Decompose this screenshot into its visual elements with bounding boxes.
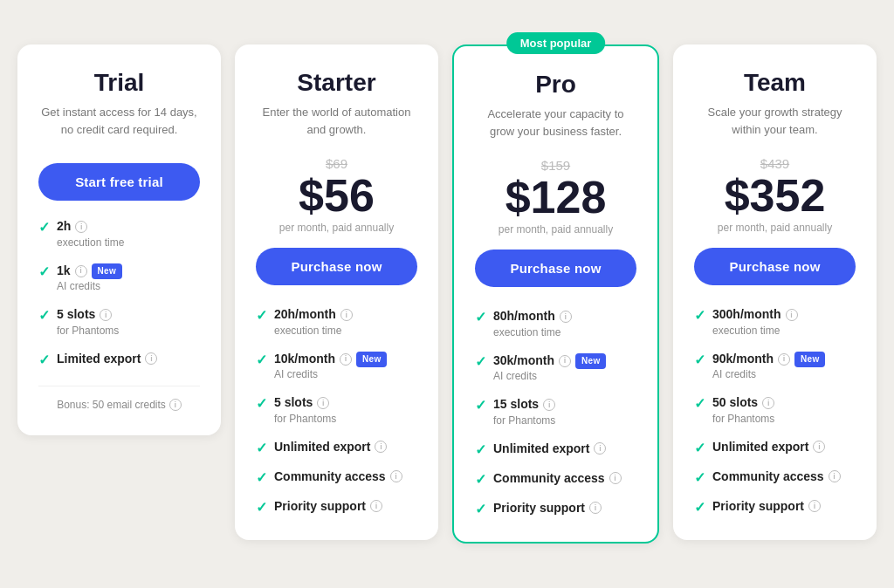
features-list-pro: ✓ 80h/month i execution time ✓ 30k/month… bbox=[475, 308, 636, 516]
feature-text: Unlimited export i bbox=[712, 439, 825, 456]
cta-button-starter[interactable]: Purchase now bbox=[256, 248, 417, 285]
feature-item: ✓ 80h/month i execution time bbox=[475, 308, 636, 339]
feature-item: ✓ 5 slots i for Phantoms bbox=[38, 306, 200, 338]
feature-text: Priority support i bbox=[493, 500, 602, 517]
feature-item: ✓ 300h/month i execution time bbox=[694, 306, 856, 338]
pricing-container: TrialGet instant access for 14 days, no … bbox=[17, 44, 877, 543]
info-icon[interactable]: i bbox=[808, 500, 821, 512]
info-icon[interactable]: i bbox=[340, 309, 353, 321]
checkmark-icon: ✓ bbox=[256, 469, 267, 486]
feature-sub: AI credits bbox=[493, 369, 606, 384]
checkmark-icon: ✓ bbox=[475, 441, 486, 458]
feature-text: Unlimited export i bbox=[274, 439, 387, 456]
price-period-pro: per month, paid annually bbox=[475, 223, 636, 236]
checkmark-icon: ✓ bbox=[694, 307, 705, 324]
feature-text: 15 slots i for Phantoms bbox=[493, 396, 555, 427]
info-icon[interactable]: i bbox=[829, 470, 841, 482]
info-icon[interactable]: i bbox=[594, 442, 606, 455]
info-icon[interactable]: i bbox=[786, 309, 798, 321]
plan-card-pro: Most popularProAccelerate your capacity … bbox=[452, 44, 659, 543]
price-section-starter: $69 $56 per month, paid annually bbox=[256, 156, 417, 234]
feature-sub: for Phantoms bbox=[712, 412, 774, 427]
feature-text: 30k/month i New AI credits bbox=[493, 352, 606, 384]
features-list-starter: ✓ 20h/month i execution time ✓ 10k/month… bbox=[256, 306, 417, 515]
feature-main: 1k bbox=[57, 263, 71, 280]
feature-item: ✓ Unlimited export i bbox=[694, 439, 856, 456]
checkmark-icon: ✓ bbox=[694, 395, 705, 412]
feature-item: ✓ Unlimited export i bbox=[256, 439, 417, 456]
info-icon[interactable]: i bbox=[340, 353, 352, 366]
checkmark-icon: ✓ bbox=[475, 309, 486, 325]
new-badge: New bbox=[92, 263, 122, 279]
info-icon[interactable]: i bbox=[75, 221, 87, 233]
plan-description-starter: Enter the world of automation and growth… bbox=[256, 104, 417, 139]
cta-button-pro[interactable]: Purchase now bbox=[475, 250, 636, 287]
feature-item: ✓ 2h i execution time bbox=[38, 218, 200, 250]
info-icon[interactable]: i bbox=[609, 472, 622, 484]
info-icon[interactable]: i bbox=[589, 502, 602, 514]
checkmark-icon: ✓ bbox=[694, 352, 705, 368]
feature-sub: for Phantoms bbox=[274, 412, 336, 427]
feature-text: Community access i bbox=[712, 468, 841, 486]
feature-main: 50 slots bbox=[712, 394, 758, 412]
feature-text: 80h/month i execution time bbox=[493, 308, 572, 339]
feature-sub: AI credits bbox=[57, 279, 122, 294]
info-icon[interactable]: i bbox=[317, 397, 329, 409]
info-icon[interactable]: i bbox=[145, 352, 157, 365]
feature-text: Unlimited export i bbox=[493, 441, 606, 458]
checkmark-icon: ✓ bbox=[38, 263, 50, 280]
feature-item: ✓ 90k/month i New AI credits bbox=[694, 351, 856, 382]
cta-button-team[interactable]: Purchase now bbox=[694, 248, 856, 285]
feature-main: Community access bbox=[274, 468, 386, 486]
feature-main: Community access bbox=[712, 468, 824, 486]
checkmark-icon: ✓ bbox=[475, 501, 486, 517]
info-icon[interactable]: i bbox=[762, 397, 774, 409]
cta-button-trial[interactable]: Start free trial bbox=[38, 163, 200, 201]
feature-item: ✓ Priority support i bbox=[475, 500, 636, 517]
features-list-trial: ✓ 2h i execution time ✓ 1k i New bbox=[38, 218, 200, 367]
info-icon[interactable]: i bbox=[543, 399, 555, 411]
feature-text: 20h/month i execution time bbox=[274, 306, 353, 338]
info-icon[interactable]: i bbox=[813, 441, 825, 453]
plan-card-starter: StarterEnter the world of automation and… bbox=[235, 44, 438, 539]
info-icon[interactable]: i bbox=[100, 309, 112, 321]
feature-sub: AI credits bbox=[274, 367, 387, 382]
info-icon[interactable]: i bbox=[375, 441, 387, 453]
feature-sub: execution time bbox=[493, 325, 572, 340]
checkmark-icon: ✓ bbox=[475, 397, 486, 414]
checkmark-icon: ✓ bbox=[256, 395, 267, 412]
plan-description-trial: Get instant access for 14 days, no credi… bbox=[38, 104, 200, 139]
price-current-pro: $128 bbox=[475, 174, 636, 220]
info-icon[interactable]: i bbox=[370, 500, 382, 512]
new-badge: New bbox=[575, 353, 606, 369]
feature-main: 15 slots bbox=[493, 396, 539, 414]
checkmark-icon: ✓ bbox=[475, 353, 486, 370]
feature-text: Community access i bbox=[274, 468, 402, 486]
checkmark-icon: ✓ bbox=[256, 440, 267, 456]
price-period-team: per month, paid annually bbox=[694, 222, 856, 234]
bonus-info-icon[interactable]: i bbox=[169, 399, 182, 411]
price-section-team: $439 $352 per month, paid annually bbox=[694, 156, 856, 234]
checkmark-icon: ✓ bbox=[256, 499, 267, 516]
info-icon[interactable]: i bbox=[560, 311, 572, 323]
feature-text: Limited export i bbox=[57, 351, 157, 368]
checkmark-icon: ✓ bbox=[694, 469, 705, 486]
feature-main: 300h/month bbox=[712, 306, 781, 324]
feature-main: Unlimited export bbox=[712, 439, 808, 456]
feature-item: ✓ Limited export i bbox=[38, 351, 200, 368]
checkmark-icon: ✓ bbox=[38, 307, 50, 324]
info-icon[interactable]: i bbox=[559, 355, 571, 367]
plan-name-trial: Trial bbox=[38, 69, 200, 97]
checkmark-icon: ✓ bbox=[694, 440, 705, 456]
feature-item: ✓ 30k/month i New AI credits bbox=[475, 352, 636, 384]
feature-main: 5 slots bbox=[57, 306, 95, 324]
checkmark-icon: ✓ bbox=[694, 499, 705, 516]
checkmark-icon: ✓ bbox=[256, 307, 267, 324]
info-icon[interactable]: i bbox=[390, 470, 402, 482]
feature-main: 80h/month bbox=[493, 308, 555, 325]
info-icon[interactable]: i bbox=[778, 353, 790, 366]
feature-text: 300h/month i execution time bbox=[712, 306, 798, 338]
feature-main: 5 slots bbox=[274, 394, 313, 412]
plan-name-pro: Pro bbox=[475, 71, 636, 99]
info-icon[interactable]: i bbox=[75, 265, 87, 277]
